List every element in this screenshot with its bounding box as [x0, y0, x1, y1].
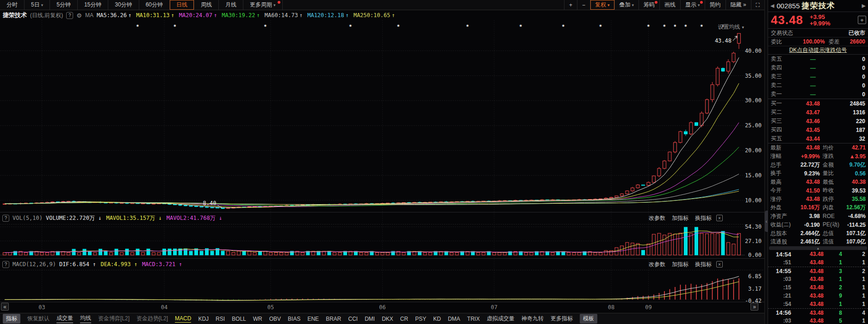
announcement-marker-icon: ✱	[397, 23, 400, 28]
indicator-item[interactable]: MACD	[175, 315, 191, 323]
indicator-item[interactable]: RSI	[216, 316, 225, 322]
indicator-item[interactable]: 虚拟成交量	[487, 315, 515, 323]
price-block: 43.48 +3.95 +9.99% +	[768, 12, 868, 29]
indicator-item[interactable]: OBV	[269, 316, 281, 322]
indicator-item[interactable]: 模板	[580, 314, 597, 324]
fullscreen-icon[interactable]: ⛶	[751, 0, 764, 10]
pane-link[interactable]: 改参数	[649, 214, 665, 222]
help-icon[interactable]: ?	[2, 215, 9, 222]
help-icon[interactable]: ?	[2, 261, 9, 268]
indicator-item[interactable]: 成交量	[56, 314, 73, 323]
ask-row[interactable]: 卖五—0	[768, 55, 868, 63]
period-tab[interactable]: 周线	[194, 0, 219, 10]
indicator-item[interactable]: WR	[253, 316, 262, 322]
scroll-right-button[interactable]: »	[750, 303, 758, 311]
tick-count: 1	[842, 301, 865, 307]
tool-button[interactable]: 隐藏 »	[725, 0, 751, 10]
bid-row[interactable]: 买五43.4432	[768, 134, 868, 143]
close-icon[interactable]: ×	[716, 215, 723, 221]
ma-value: MA5:36.26↑	[97, 12, 132, 19]
help-icon[interactable]: ?	[66, 12, 73, 19]
indicator-item[interactable]: CR	[400, 316, 408, 322]
indicator-item[interactable]: ENE	[307, 316, 319, 322]
period-tab[interactable]: 30分钟	[108, 0, 139, 10]
pane-link[interactable]: 改参数	[649, 261, 665, 268]
tick-lots: 1	[824, 276, 842, 282]
period-tab[interactable]: 月线	[219, 0, 243, 10]
pane-link[interactable]: 换指标	[695, 214, 712, 222]
close-icon[interactable]: ×	[716, 261, 723, 268]
indicator-item[interactable]: 更多指标	[551, 315, 573, 323]
add-to-watchlist-button[interactable]: +	[858, 16, 866, 24]
macd-pane	[5, 276, 739, 300]
dk-signal-link[interactable]: DK点自动提示涨跌信号	[789, 46, 847, 54]
tool-button[interactable]: 叠加▾	[614, 0, 639, 10]
pane-link[interactable]: 换指标	[695, 261, 712, 268]
ask-row[interactable]: 卖四—0	[768, 63, 868, 72]
indicator-item[interactable]: KD	[433, 316, 441, 322]
quote-panel-header: ◀ 002855 捷荣技术 ▶	[768, 0, 868, 12]
indicator-item[interactable]: 资金趋势[L2]	[136, 315, 168, 323]
chevron-down-icon: ▾	[41, 3, 43, 7]
bid-row[interactable]: 买三43.46220	[768, 117, 868, 125]
stat-value: 2.464亿	[792, 230, 820, 237]
ask-row[interactable]: 卖二—0	[768, 81, 868, 90]
ask-price-dash: —	[787, 56, 838, 62]
tool-button[interactable]: 画线	[659, 0, 680, 10]
indicator-item[interactable]: PSY	[415, 316, 426, 322]
zoom-in-icon[interactable]: +	[564, 0, 577, 10]
next-stock-icon[interactable]: ▶	[861, 3, 867, 9]
indicator-item[interactable]: KDJ	[198, 316, 209, 322]
stat-label: 均价	[823, 144, 842, 152]
indicator-item[interactable]: CCI	[348, 316, 358, 322]
tool-button[interactable]: 简约	[705, 0, 725, 10]
announcement-marker-icon: ✱	[674, 23, 676, 28]
tick-lots: 1	[824, 301, 842, 307]
period-tab[interactable]: 更多周期▾	[243, 0, 283, 10]
volume-axis-label: 27.10	[745, 238, 762, 244]
period-tab[interactable]: 5日▾	[25, 0, 50, 10]
stat-value: ▲3.95	[842, 153, 866, 160]
stat-value: 2.461亿	[792, 238, 820, 246]
indicator-item[interactable]: BRAR	[326, 316, 341, 322]
scroll-left-button[interactable]: «	[1, 303, 9, 311]
period-tab[interactable]: 60分钟	[139, 0, 170, 10]
period-tab[interactable]: 15分钟	[78, 0, 108, 10]
panel-collapse-handle[interactable]: ‹	[765, 211, 768, 232]
tool-button[interactable]: 筹码	[639, 0, 659, 10]
ask-row[interactable]: 卖三—0	[768, 72, 868, 81]
indicator-item[interactable]: 指标	[3, 314, 20, 324]
indicator-item[interactable]: DKX	[382, 316, 393, 322]
indicator-item[interactable]: DMA	[448, 316, 460, 322]
indicator-item[interactable]: 资金博弈[L2]	[98, 315, 130, 323]
zoom-out-icon[interactable]: −	[577, 0, 590, 10]
indicator-item[interactable]: 均线	[80, 314, 91, 323]
tick-time: :51	[771, 259, 791, 266]
tick-scrollbar[interactable]: ▲	[769, 246, 867, 250]
ma-settings-link[interactable]: 设置均线▾	[718, 23, 744, 31]
period-toolbar: 分时5日▾5分钟15分钟30分钟60分钟日线周线月线更多周期▾ +−复权▾叠加▾…	[0, 0, 764, 10]
indicator-item[interactable]: BIAS	[288, 316, 300, 322]
chart-tool-buttons: +−复权▾叠加▾筹码画线显示▾简约隐藏 »⛶	[564, 0, 764, 10]
period-tab[interactable]: 分时	[0, 0, 25, 10]
ask-row[interactable]: 卖一—0	[768, 90, 868, 99]
tool-button[interactable]: 显示▾	[680, 0, 705, 10]
pane-link[interactable]: 加指标	[672, 214, 688, 222]
gear-icon[interactable]: ⚙	[76, 12, 82, 19]
indicator-item[interactable]: BOLL	[232, 316, 246, 322]
period-tab[interactable]: 日线	[170, 0, 194, 10]
pane-link[interactable]: 加指标	[672, 261, 688, 268]
stat-value: 43.48	[792, 196, 820, 202]
tool-button[interactable]: 复权▾	[590, 0, 614, 10]
prev-stock-icon[interactable]: ◀	[769, 3, 775, 9]
indicator-item[interactable]: DMI	[365, 316, 375, 322]
bid-row[interactable]: 买四43.45187	[768, 125, 868, 134]
bid-volume: 220	[838, 118, 865, 125]
indicator-item[interactable]: 神奇九转	[521, 315, 544, 323]
indicator-item[interactable]: 恢复默认	[27, 315, 50, 323]
period-tab[interactable]: 5分钟	[50, 0, 78, 10]
bid-row[interactable]: 买一43.4824845	[768, 99, 868, 108]
stat-label: 涨跌	[823, 152, 842, 160]
bid-row[interactable]: 买二43.471316	[768, 108, 868, 117]
indicator-item[interactable]: TRIX	[467, 316, 480, 322]
